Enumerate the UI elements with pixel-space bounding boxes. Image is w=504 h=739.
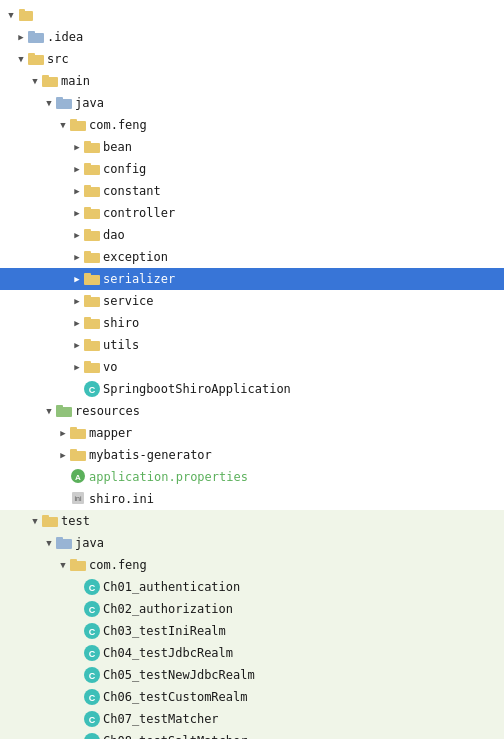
tree-arrow: ▶	[56, 428, 70, 438]
folder-icon	[84, 315, 103, 332]
folder-icon	[84, 249, 103, 266]
folder-icon	[84, 227, 103, 244]
tree-item-label: java	[75, 536, 104, 550]
folder-icon	[84, 271, 103, 288]
folder-icon	[56, 535, 75, 552]
tree-item-SpringbootShiroApplication[interactable]: CSpringbootShiroApplication	[0, 378, 504, 400]
tree-item-label: controller	[103, 206, 175, 220]
svg-rect-15	[84, 163, 91, 167]
tree-item-label: mybatis-generator	[89, 448, 212, 462]
svg-text:C: C	[89, 693, 96, 703]
svg-rect-21	[84, 229, 91, 233]
folder-icon	[84, 139, 103, 156]
tree-item-label: serializer	[103, 272, 175, 286]
tree-item-exception[interactable]: ▶exception	[0, 246, 504, 268]
tree-item-shiro[interactable]: ▶shiro	[0, 312, 504, 334]
tree-item-Ch01_authentication[interactable]: CCh01_authentication	[0, 576, 504, 598]
svg-text:C: C	[89, 385, 96, 395]
tree-item-vo[interactable]: ▶vo	[0, 356, 504, 378]
ini-file-icon: ini	[70, 490, 89, 509]
root-item[interactable]: ▼	[0, 4, 504, 26]
tree-item-service[interactable]: ▶service	[0, 290, 504, 312]
tree-item-controller[interactable]: ▶controller	[0, 202, 504, 224]
tree-item-label: SpringbootShiroApplication	[103, 382, 291, 396]
tree-item-label: mapper	[89, 426, 132, 440]
tree-arrow: ▼	[42, 406, 56, 416]
tree-item-label: utils	[103, 338, 139, 352]
tree-item-test-java[interactable]: ▼java	[0, 532, 504, 554]
tree-item-shiro.ini[interactable]: inishiro.ini	[0, 488, 504, 510]
tree-arrow: ▼	[28, 516, 42, 526]
tree-arrow: ▶	[70, 362, 84, 372]
tree-arrow: ▶	[70, 340, 84, 350]
svg-rect-0	[19, 11, 33, 21]
tree-item-test[interactable]: ▼test	[0, 510, 504, 532]
tree-item-application.properties[interactable]: Aapplication.properties	[0, 466, 504, 488]
tree-arrow: ▶	[70, 252, 84, 262]
tree-item-Ch03_testIniRealm[interactable]: CCh03_testIniRealm	[0, 620, 504, 642]
folder-icon	[28, 51, 47, 68]
folder-icon	[84, 161, 103, 178]
tree-arrow: ▼	[56, 560, 70, 570]
tree-arrow: ▶	[70, 164, 84, 174]
tree-item-src[interactable]: ▼src	[0, 48, 504, 70]
tree-item-Ch04_testJdbcRealm[interactable]: CCh04_testJdbcRealm	[0, 642, 504, 664]
svg-rect-9	[56, 97, 63, 101]
java-class-icon: C	[84, 711, 100, 727]
tree-item-Ch05_testNewJdbcRealm[interactable]: CCh05_testNewJdbcRealm	[0, 664, 504, 686]
tree-item-idea[interactable]: ▶.idea	[0, 26, 504, 48]
tree-item-label: Ch07_testMatcher	[103, 712, 219, 726]
tree-item-com.feng[interactable]: ▼com.feng	[0, 114, 504, 136]
java-class-icon: C	[84, 601, 100, 617]
tree-item-resources[interactable]: ▼resources	[0, 400, 504, 422]
tree-item-label: Ch08_testSaltMatcher	[103, 734, 248, 739]
svg-rect-17	[84, 185, 91, 189]
svg-rect-41	[70, 449, 77, 453]
tree-item-label: Ch01_authentication	[103, 580, 240, 594]
svg-rect-11	[70, 119, 77, 123]
tree-item-mapper[interactable]: ▶mapper	[0, 422, 504, 444]
folder-icon	[70, 425, 89, 442]
tree-item-test-com.feng[interactable]: ▼com.feng	[0, 554, 504, 576]
tree-item-label: bean	[103, 140, 132, 154]
svg-rect-37	[56, 405, 63, 409]
svg-rect-31	[84, 339, 91, 343]
tree-arrow: ▶	[70, 318, 84, 328]
tree-item-main[interactable]: ▼main	[0, 70, 504, 92]
svg-text:ini: ini	[74, 495, 81, 502]
tree-item-Ch07_testMatcher[interactable]: CCh07_testMatcher	[0, 708, 504, 730]
java-class-icon: C	[84, 689, 100, 705]
project-tree: ▼ ▶.idea▼src▼main▼java▼com.feng▶bean▶con…	[0, 0, 504, 739]
svg-rect-25	[84, 273, 91, 277]
tree-item-config[interactable]: ▶config	[0, 158, 504, 180]
tree-item-Ch08_testSaltMatcher[interactable]: CCh08_testSaltMatcher	[0, 730, 504, 739]
tree-item-serializer[interactable]: ▶serializer	[0, 268, 504, 290]
svg-text:A: A	[75, 473, 81, 482]
svg-rect-19	[84, 207, 91, 211]
svg-rect-1	[19, 9, 25, 12]
folder-icon	[70, 557, 89, 574]
tree-arrow: ▼	[42, 538, 56, 548]
tree-arrow: ▼	[14, 54, 28, 64]
tree-arrow: ▶	[70, 274, 84, 284]
tree-item-dao[interactable]: ▶dao	[0, 224, 504, 246]
tree-item-label: com.feng	[89, 558, 147, 572]
tree-item-java[interactable]: ▼java	[0, 92, 504, 114]
tree-item-Ch06_testCustomRealm[interactable]: CCh06_testCustomRealm	[0, 686, 504, 708]
tree-item-label: config	[103, 162, 146, 176]
java-class-icon: C	[84, 381, 100, 397]
tree-item-Ch02_authorization[interactable]: CCh02_authorization	[0, 598, 504, 620]
tree-item-constant[interactable]: ▶constant	[0, 180, 504, 202]
tree-item-label: .idea	[47, 30, 83, 44]
tree-item-label: shiro.ini	[89, 492, 154, 506]
tree-item-mybatis-generator[interactable]: ▶mybatis-generator	[0, 444, 504, 466]
folder-icon	[70, 117, 89, 134]
svg-text:C: C	[89, 649, 96, 659]
folder-icon	[84, 293, 103, 310]
svg-rect-49	[56, 537, 63, 541]
tree-item-bean[interactable]: ▶bean	[0, 136, 504, 158]
tree-item-utils[interactable]: ▶utils	[0, 334, 504, 356]
folder-icon	[84, 337, 103, 354]
svg-rect-5	[28, 53, 35, 57]
svg-rect-29	[84, 317, 91, 321]
